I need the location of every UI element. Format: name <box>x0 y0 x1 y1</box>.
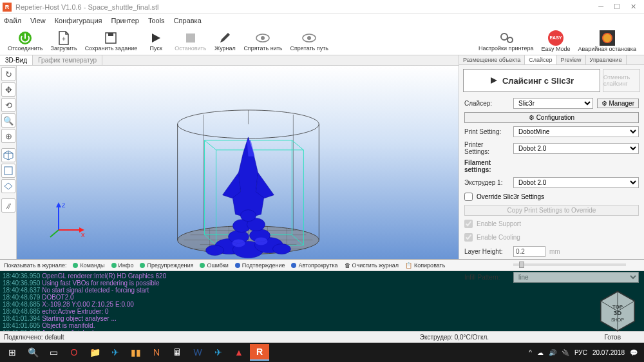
manager-button[interactable]: ⚙ Manager <box>597 99 639 108</box>
slice-button[interactable]: Слайсинг с Slic3r <box>463 69 600 92</box>
cooling-checkbox <box>464 233 473 242</box>
front-view-button[interactable] <box>1 164 15 178</box>
svg-rect-1 <box>24 33 26 39</box>
log-copy[interactable]: 📋Копировать <box>405 262 445 269</box>
log-filter-info[interactable]: Инфо <box>111 262 134 269</box>
close-button[interactable]: ✕ <box>630 3 636 11</box>
taskbar-app2[interactable]: N <box>147 344 166 361</box>
top-view-button[interactable] <box>1 179 15 193</box>
log-autoscroll[interactable]: Автопрокрутка <box>291 262 337 269</box>
override-checkbox[interactable] <box>464 193 473 201</box>
configuration-button[interactable]: ⚙ Configuration <box>464 112 639 123</box>
reset-view-button[interactable]: ↻ <box>1 67 15 81</box>
infill-slider <box>513 263 626 266</box>
emergency-stop-button[interactable]: Аварийная остановка <box>574 29 640 53</box>
right-panel: Размещение объекта Слайсер Preview Управ… <box>459 55 644 259</box>
tray-date[interactable]: 20.07.2018 <box>592 349 625 356</box>
tray-lang[interactable]: РУС <box>574 349 587 356</box>
move-button[interactable]: ✥ <box>1 82 15 97</box>
play-button[interactable]: Пуск <box>141 30 171 53</box>
svg-text:z: z <box>62 201 66 209</box>
power-icon <box>18 31 32 45</box>
titlebar: R Repetier-Host V1.0.6 - Space_shuttle_f… <box>0 0 644 14</box>
zoom-button[interactable]: 🔍 <box>1 113 15 128</box>
tray-chevron-icon[interactable]: ^ <box>529 349 532 356</box>
printer-settings-select[interactable]: Dobot 2.0 <box>513 143 639 154</box>
system-tray[interactable]: ^ ☁ 🔊 🔌 РУС 20.07.2018 💬 <box>529 349 641 356</box>
tray-cloud-icon[interactable]: ☁ <box>537 349 544 356</box>
menu-file[interactable]: Файл <box>4 17 21 24</box>
tab-preview[interactable]: Preview <box>557 55 586 64</box>
document-icon: + <box>57 31 71 45</box>
disconnect-button[interactable]: Отсоединить <box>4 30 47 53</box>
slicer-select[interactable]: Slic3r <box>513 98 593 109</box>
extruder-label: Экструдер 1: <box>464 179 509 186</box>
tab-placement[interactable]: Размещение объекта <box>459 55 525 64</box>
hide-filament-button[interactable]: Спрятать нить <box>240 30 286 53</box>
taskbar-app1[interactable]: ▮▮ <box>126 344 146 361</box>
window-title: Repetier-Host V1.0.6 - Space_shuttle_fin… <box>15 3 598 11</box>
printer-settings-label: Printer Settings: <box>464 141 509 155</box>
stop-button[interactable]: Остановить <box>171 30 210 53</box>
log-button[interactable]: Журнал <box>210 30 240 53</box>
svg-point-7 <box>261 36 265 40</box>
log-filter-ack[interactable]: Подтверждение <box>235 262 285 269</box>
log-panel: Показывать в журнале: Команды Инфо Преду… <box>0 259 644 331</box>
taskview-button[interactable]: ▭ <box>44 344 63 361</box>
log-clear[interactable]: 🗑Очистить журнал <box>345 262 399 269</box>
taskbar-telegram2[interactable]: ✈ <box>209 344 228 361</box>
taskbar-calc[interactable]: 🖩 <box>167 344 187 361</box>
taskbar-word[interactable]: W <box>188 344 207 361</box>
menu-tools[interactable]: Tools <box>148 17 165 24</box>
save-button[interactable]: Сохранить задание <box>81 30 142 53</box>
iso-view-button[interactable] <box>1 148 15 162</box>
svg-line-47 <box>50 230 59 237</box>
copy-settings-button: Copy Print Settings to Override <box>464 205 639 216</box>
log-filter-errors[interactable]: Ошибки <box>200 262 228 269</box>
parallel-lines-button[interactable]: ⫽ <box>1 198 15 213</box>
override-label: Override Slic3r Settings <box>477 193 544 200</box>
support-checkbox <box>464 220 473 228</box>
stop-icon <box>184 31 198 45</box>
start-button[interactable]: ⊞ <box>3 344 22 361</box>
svg-text:+: + <box>62 35 66 43</box>
tray-volume-icon[interactable]: 🔊 <box>549 349 556 356</box>
tab-temp-graph[interactable]: График температур <box>33 55 102 65</box>
menu-printer[interactable]: Принтер <box>111 17 139 24</box>
3d-viewport[interactable]: z x <box>17 66 459 259</box>
log-filter-warnings[interactable]: Предупреждения <box>140 262 193 269</box>
menu-config[interactable]: Конфигурация <box>55 17 102 24</box>
taskbar-telegram[interactable]: ✈ <box>106 344 125 361</box>
save-icon <box>104 31 118 45</box>
taskbar-explorer[interactable]: 📁 <box>85 344 104 361</box>
layer-height-input <box>513 246 545 257</box>
rotate-button[interactable]: ⟲ <box>1 98 15 112</box>
tray-power-icon[interactable]: 🔌 <box>562 349 569 356</box>
extruder-select[interactable]: Dobot 2.0 <box>513 177 639 188</box>
menubar: Файл View Конфигурация Принтер Tools Спр… <box>0 14 644 27</box>
minimize-button[interactable]: ─ <box>598 3 603 11</box>
tray-notifications-icon[interactable]: 💬 <box>630 349 638 356</box>
svg-point-40 <box>272 244 290 254</box>
tab-slicer[interactable]: Слайсер <box>525 55 556 64</box>
eye-icon <box>256 31 270 45</box>
taskbar-opera[interactable]: O <box>64 344 84 361</box>
print-setting-select[interactable]: DobotMine <box>513 126 639 137</box>
printer-settings-button[interactable]: Настройки принтера <box>475 30 538 53</box>
easy-mode-button[interactable]: EASYEasy Mode <box>537 29 574 53</box>
svg-rect-5 <box>186 33 195 43</box>
hide-path-button[interactable]: Спрятать путь <box>286 30 332 53</box>
taskbar-pdf[interactable]: ▲ <box>229 344 249 361</box>
maximize-button[interactable]: ☐ <box>614 3 620 11</box>
search-button[interactable]: 🔍 <box>23 344 43 361</box>
tab-3d-view[interactable]: 3D-Вид <box>0 55 33 65</box>
tab-control[interactable]: Управление <box>586 55 627 64</box>
svg-rect-4 <box>108 33 113 36</box>
menu-view[interactable]: View <box>30 17 46 24</box>
menu-help[interactable]: Справка <box>174 17 202 24</box>
fit-button[interactable]: ⊕ <box>1 129 15 143</box>
load-button[interactable]: +Загрузить <box>47 30 81 53</box>
view-toolbar: ↻ ✥ ⟲ 🔍 ⊕ ⫽ <box>0 66 17 259</box>
log-filter-commands[interactable]: Команды <box>73 262 104 269</box>
taskbar-repetier[interactable]: R <box>250 344 269 361</box>
